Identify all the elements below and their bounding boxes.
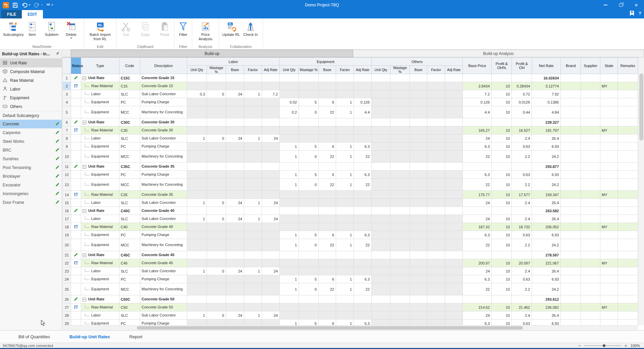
profit-oh-pct-cell[interactable]: 10: [492, 223, 512, 231]
status-cell[interactable]: [71, 98, 81, 106]
status-cell[interactable]: [71, 295, 81, 303]
state-cell[interactable]: [600, 215, 618, 223]
labor-unit-qty-cell[interactable]: 0.3: [187, 90, 207, 98]
equip-adj-rate-cell[interactable]: [354, 199, 372, 207]
others-unit-qty-cell[interactable]: [372, 134, 390, 142]
edit-pencil-icon[interactable]: [55, 191, 60, 196]
status-cell[interactable]: [71, 118, 81, 126]
status-cell[interactable]: [71, 239, 81, 251]
close-button[interactable]: ✕: [629, 0, 644, 10]
equip-factor-cell[interactable]: 1: [336, 239, 354, 251]
collapse-toggle[interactable]: −: [83, 209, 86, 213]
supplier-cell[interactable]: [581, 74, 600, 82]
remarks-cell[interactable]: [618, 126, 638, 134]
equip-base-cell[interactable]: [319, 259, 336, 267]
remarks-cell[interactable]: [618, 275, 638, 283]
others-adj-rate-cell[interactable]: [445, 90, 463, 98]
others-factor-cell[interactable]: [427, 106, 445, 118]
labor-adj-rate-cell[interactable]: [262, 106, 280, 118]
type-cell[interactable]: Labor: [81, 134, 119, 142]
net-rate-cell[interactable]: 3.12774: [532, 82, 561, 90]
supplier-cell[interactable]: [581, 283, 600, 295]
profit-oh-pct-cell[interactable]: 10: [492, 231, 512, 239]
equip-wastage-cell[interactable]: [299, 82, 319, 90]
equip-adj-rate-cell[interactable]: 6.3: [354, 231, 372, 239]
labor-factor-cell[interactable]: [244, 283, 262, 295]
column-header-type[interactable]: Type: [81, 58, 119, 74]
horizontal-scrollbar[interactable]: [62, 325, 638, 330]
supplier-cell[interactable]: [581, 275, 600, 283]
equip-unit-qty-cell[interactable]: [280, 311, 299, 319]
table-row[interactable]: 5EquipmentMCCMachinery for Concreting0.2…: [63, 106, 638, 118]
supplier-cell[interactable]: [581, 90, 600, 98]
profit-oh-pct-cell[interactable]: 10: [492, 134, 512, 142]
type-cell[interactable]: −Unit Rate: [81, 295, 119, 303]
type-cell[interactable]: −Unit Rate: [81, 163, 119, 171]
supplier-cell[interactable]: [581, 251, 600, 259]
equip-unit-qty-cell[interactable]: [280, 259, 299, 267]
profit-oh-cell[interactable]: 0.0126: [512, 98, 532, 106]
code-cell[interactable]: C45C: [119, 251, 140, 259]
type-cell[interactable]: Equipment: [81, 171, 119, 179]
type-cell[interactable]: Labor: [81, 267, 119, 275]
row-number-cell[interactable]: 12: [63, 171, 71, 179]
row-number-cell[interactable]: 24: [63, 275, 71, 283]
code-cell[interactable]: C15C: [119, 74, 140, 82]
state-cell[interactable]: [600, 207, 618, 215]
labor-factor-cell[interactable]: [244, 74, 262, 82]
others-wastage-cell[interactable]: [390, 231, 410, 239]
sub-header-wastage[interactable]: Wastage %: [390, 66, 410, 74]
net-rate-cell[interactable]: 24.2: [532, 151, 561, 163]
equip-unit-qty-cell[interactable]: 1: [280, 231, 299, 239]
subcategory-item-steel-works[interactable]: Steel Works: [0, 137, 62, 146]
profit-oh-cell[interactable]: [512, 74, 532, 82]
equip-wastage-cell[interactable]: 5: [299, 231, 319, 239]
state-cell[interactable]: [600, 118, 618, 126]
others-wastage-cell[interactable]: [390, 295, 410, 303]
others-adj-rate-cell[interactable]: [445, 134, 463, 142]
description-cell[interactable]: Concrete Grade 40: [140, 223, 187, 231]
equip-factor-cell[interactable]: [336, 311, 354, 319]
table-row[interactable]: 12EquipmentPCPumping Charge15616.36.3100…: [63, 171, 638, 179]
labor-adj-rate-cell[interactable]: [262, 295, 280, 303]
row-number-cell[interactable]: 28: [63, 311, 71, 319]
labor-wastage-cell[interactable]: [207, 171, 226, 179]
description-cell[interactable]: Concrete Grade 35: [140, 163, 187, 171]
equip-base-cell[interactable]: 6: [319, 98, 336, 106]
equip-factor-cell[interactable]: [336, 82, 354, 90]
table-row[interactable]: 21−Unit RateC45CConcrete Grade 45278.597: [63, 251, 638, 259]
others-base-cell[interactable]: [410, 179, 427, 191]
others-base-cell[interactable]: [410, 191, 427, 199]
others-wastage-cell[interactable]: [390, 118, 410, 126]
net-rate-cell[interactable]: 26.4: [532, 267, 561, 275]
row-number-cell[interactable]: 17: [63, 215, 71, 223]
equip-unit-qty-cell[interactable]: 1: [280, 171, 299, 179]
supplier-cell[interactable]: [581, 259, 600, 267]
type-cell[interactable]: Raw Material: [81, 259, 119, 267]
equip-adj-rate-cell[interactable]: [354, 134, 372, 142]
others-unit-qty-cell[interactable]: [372, 142, 390, 151]
net-rate-cell[interactable]: 221.067: [532, 259, 561, 267]
others-wastage-cell[interactable]: [390, 82, 410, 90]
base-price-cell[interactable]: [463, 74, 492, 82]
subcategory-button[interactable]: Subcategory: [3, 20, 22, 37]
others-factor-cell[interactable]: [427, 74, 445, 82]
profit-oh-cell[interactable]: [512, 295, 532, 303]
others-wastage-cell[interactable]: [390, 151, 410, 163]
column-header-remarks[interactable]: Remarks: [618, 58, 638, 74]
base-price-cell[interactable]: 7.2: [463, 90, 492, 98]
labor-adj-rate-cell[interactable]: [262, 207, 280, 215]
brand-cell[interactable]: [561, 251, 581, 259]
table-row[interactable]: 24EquipmentPCPumping Charge15616.36.3100…: [63, 275, 638, 283]
profit-oh-pct-cell[interactable]: 10: [492, 275, 512, 283]
state-cell[interactable]: [600, 98, 618, 106]
code-cell[interactable]: C35: [119, 191, 140, 199]
profit-oh-cell[interactable]: 2.2: [512, 239, 532, 251]
labor-wastage-cell[interactable]: 0: [207, 267, 226, 275]
labor-factor-cell[interactable]: [244, 126, 262, 134]
labor-base-cell[interactable]: 24: [226, 90, 244, 98]
remarks-cell[interactable]: [618, 199, 638, 207]
labor-base-cell[interactable]: [226, 275, 244, 283]
subcategory-item-bricklayer[interactable]: Bricklayer: [0, 172, 62, 181]
subcategory-item-sundries[interactable]: Sundries: [0, 155, 62, 163]
